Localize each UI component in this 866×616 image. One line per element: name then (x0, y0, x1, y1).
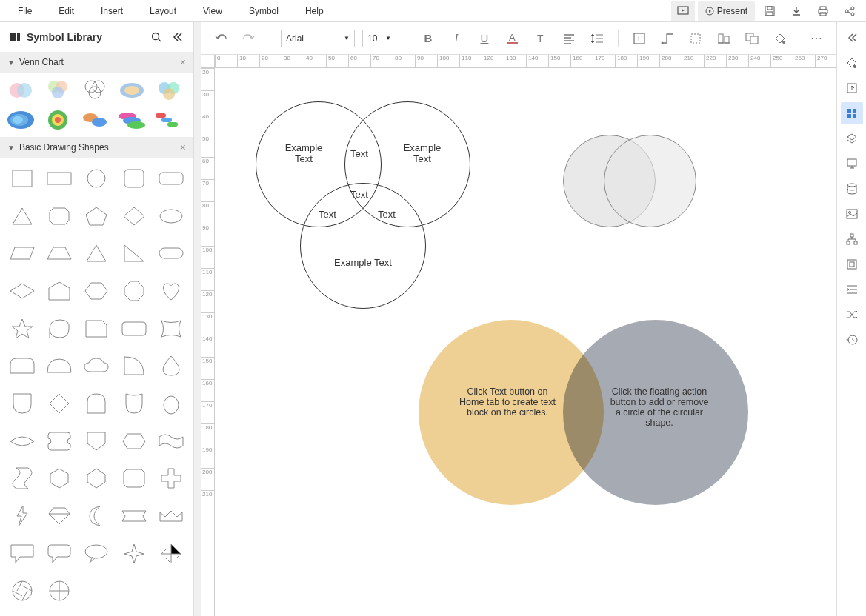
shape-circle[interactable] (80, 164, 113, 192)
frame-button[interactable] (841, 253, 863, 275)
venn3-label-3[interactable]: Example Text (319, 257, 407, 268)
shape-pentagon2[interactable] (43, 277, 76, 305)
shape-heart[interactable] (155, 277, 187, 305)
menu-help[interactable]: Help (292, 1, 337, 21)
menu-edit[interactable]: Edit (45, 1, 87, 21)
italic-button[interactable]: I (446, 28, 467, 49)
venn2-text-left[interactable]: Click Text button on Home tab to create … (456, 386, 559, 418)
shape-plus[interactable] (155, 464, 187, 492)
bold-button[interactable]: B (418, 28, 439, 49)
collapse-sidebar-button[interactable] (170, 30, 184, 44)
print-button[interactable] (811, 1, 835, 21)
shape-ellipse[interactable] (155, 202, 187, 230)
export-button[interactable] (841, 77, 863, 99)
history-button[interactable] (841, 329, 863, 351)
theme-button[interactable] (841, 52, 863, 74)
venn-thumb-8[interactable] (80, 109, 110, 131)
download-button[interactable] (785, 1, 808, 21)
venn-3-circle[interactable]: Example Text Example Text Example Text T… (256, 101, 470, 338)
slideshow-icon-button[interactable] (671, 1, 695, 21)
redo-button[interactable] (239, 28, 259, 49)
connector-button[interactable] (657, 28, 678, 49)
shape-teardrop-left[interactable] (43, 315, 76, 343)
shape-shield2[interactable] (118, 389, 150, 418)
share-button[interactable] (838, 1, 862, 21)
shape-concave-rect[interactable] (155, 315, 187, 343)
shape-cloud[interactable] (80, 352, 113, 380)
venn3-label-2[interactable]: Example Text (396, 142, 448, 164)
venn3-overlap-23[interactable]: Text (378, 209, 396, 220)
shape-half-circle[interactable] (43, 352, 76, 380)
shape-triangle[interactable] (6, 202, 39, 230)
hierarchy-button[interactable] (841, 228, 863, 250)
shape-speech-round[interactable] (43, 540, 76, 568)
undo-button[interactable] (210, 28, 231, 49)
shuffle-button[interactable] (841, 304, 863, 326)
shape-pie[interactable] (43, 577, 76, 605)
close-panel-button[interactable]: × (180, 56, 186, 68)
canvas[interactable]: Example Text Example Text Example Text T… (215, 68, 836, 616)
align-button[interactable] (559, 28, 579, 49)
shape-hexagon3[interactable] (43, 464, 76, 492)
menu-symbol[interactable]: Symbol (236, 1, 292, 21)
shape-outline-button[interactable] (685, 28, 706, 49)
layers-button[interactable] (841, 127, 863, 150)
search-button[interactable] (149, 30, 164, 44)
shape-shield[interactable] (6, 389, 39, 418)
venn-thumb-9[interactable] (117, 109, 147, 131)
shape-snip-corner[interactable] (80, 315, 113, 343)
font-family-select[interactable]: Arial▼ (281, 30, 355, 47)
fill-button[interactable] (770, 28, 790, 49)
venn3-overlap-12[interactable]: Text (350, 148, 368, 159)
venn-thumb-7[interactable] (43, 109, 73, 131)
venn3-overlap-13[interactable]: Text (319, 209, 336, 220)
menu-file[interactable]: File (4, 1, 45, 21)
shape-gem[interactable] (43, 502, 76, 530)
save-button[interactable] (758, 1, 782, 21)
shape-speech-rect[interactable] (6, 540, 39, 568)
presentation-button[interactable] (841, 153, 863, 175)
venn-2-gray[interactable] (563, 135, 748, 238)
venn-2-color[interactable]: Click Text button on Home tab to create … (419, 320, 752, 520)
venn3-overlap-123[interactable]: Text (350, 189, 368, 200)
present-button[interactable]: Present (698, 1, 755, 21)
collapse-right-button[interactable] (841, 27, 863, 49)
shape-diamond[interactable] (118, 202, 150, 230)
close-panel-button[interactable]: × (180, 141, 186, 153)
venn3-circle-3[interactable] (300, 183, 426, 309)
shape-parallelogram[interactable] (6, 239, 39, 267)
shape-rounded-square[interactable] (118, 164, 150, 192)
font-color-button[interactable]: A (502, 28, 523, 49)
venn-thumb-5[interactable] (154, 79, 184, 101)
shape-star[interactable] (6, 315, 39, 343)
venn2-text-right[interactable]: Click the floating action button to add … (607, 386, 711, 428)
shape-wave-flag[interactable] (155, 427, 187, 455)
shape-4point-star[interactable] (118, 540, 150, 568)
font-size-select[interactable]: 10▼ (362, 30, 396, 47)
shape-speech-oval[interactable] (80, 540, 113, 568)
shape-hexagon[interactable] (80, 277, 113, 305)
shape-square[interactable] (6, 164, 39, 192)
more-options-button[interactable]: ⋯ (807, 28, 827, 49)
venn-thumb-4[interactable] (117, 79, 147, 101)
database-button[interactable] (841, 178, 863, 200)
shape-lightning[interactable] (6, 502, 39, 530)
shape-pill[interactable] (155, 239, 187, 267)
shape-arch[interactable] (80, 389, 113, 418)
text-highlight-button[interactable]: T (530, 28, 551, 49)
menu-layout[interactable]: Layout (136, 1, 190, 21)
shape-rectangle[interactable] (43, 164, 76, 192)
shape-ribbon[interactable] (118, 502, 150, 530)
venn-panel-header[interactable]: ▼ Venn Chart × (0, 52, 193, 73)
shape-wave-vertical[interactable] (6, 464, 39, 492)
align-objects-button[interactable] (713, 28, 734, 49)
shape-egg[interactable] (155, 389, 187, 418)
shape-snip-corners[interactable] (118, 464, 150, 492)
shape-arrow-pentagon[interactable] (80, 427, 113, 455)
shape-hexagon4[interactable] (80, 464, 113, 492)
shape-octagon[interactable] (118, 277, 150, 305)
shape-plaque[interactable] (43, 427, 76, 455)
shape-pentagon[interactable] (80, 202, 113, 230)
shape-rhombus[interactable] (6, 277, 39, 305)
venn-thumb-2[interactable] (43, 79, 73, 101)
